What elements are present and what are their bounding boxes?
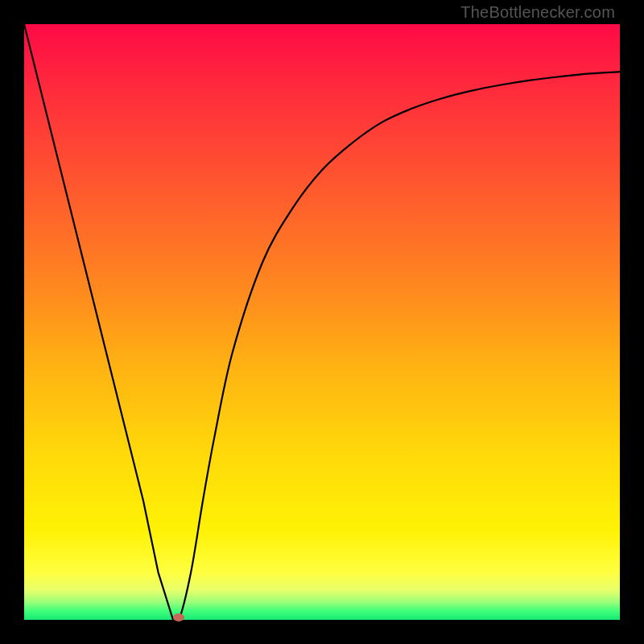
plot-area bbox=[24, 24, 620, 620]
curve-path bbox=[24, 24, 620, 623]
bottleneck-curve bbox=[24, 24, 620, 620]
chart-frame: TheBottlenecker.com bbox=[0, 0, 644, 644]
watermark-text: TheBottlenecker.com bbox=[460, 3, 615, 22]
optimum-marker bbox=[173, 613, 184, 621]
